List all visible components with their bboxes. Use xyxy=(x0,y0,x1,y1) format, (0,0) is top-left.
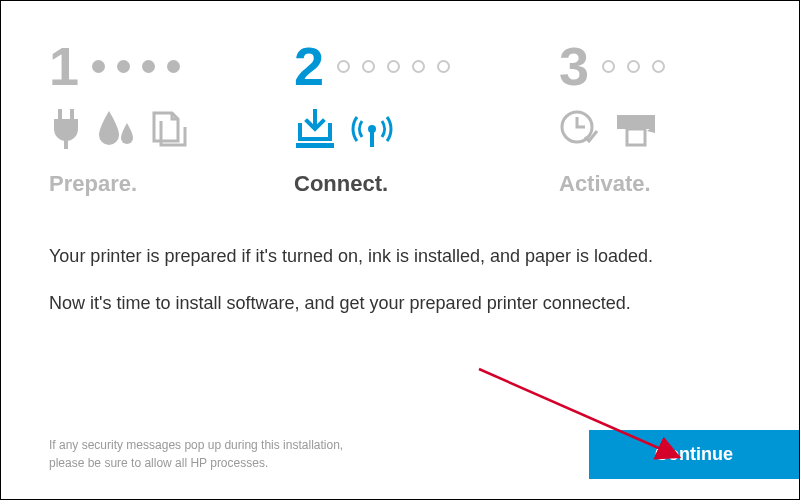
instruction-line-2: Now it's time to install software, and g… xyxy=(49,290,751,317)
step-1-label: Prepare. xyxy=(49,171,137,197)
progress-dots-3 xyxy=(602,60,665,73)
progress-dots-2 xyxy=(337,60,450,73)
instruction-line-1: Your printer is prepared if it's turned … xyxy=(49,243,751,270)
print-icon xyxy=(615,109,657,149)
svg-rect-1 xyxy=(70,109,74,119)
svg-rect-8 xyxy=(627,129,645,145)
step-1: 1 Prepare. xyxy=(49,37,294,197)
plug-icon xyxy=(49,109,83,149)
paper-copy-icon xyxy=(149,109,189,149)
svg-rect-5 xyxy=(370,131,374,147)
step-1-number: 1 xyxy=(49,39,78,93)
security-note: If any security messages pop up during t… xyxy=(49,437,343,472)
step-3-number: 3 xyxy=(559,39,588,93)
svg-rect-3 xyxy=(296,143,334,148)
instruction-text: Your printer is prepared if it's turned … xyxy=(49,243,751,317)
continue-button[interactable]: Continue xyxy=(589,430,799,479)
wireless-icon xyxy=(350,109,394,149)
step-2: 2 Connect. xyxy=(294,37,559,197)
install-icon xyxy=(294,109,336,149)
progress-dots-1 xyxy=(92,60,180,73)
ink-drops-icon xyxy=(97,109,135,149)
step-3: 3 Activate. xyxy=(559,37,749,197)
step-2-number: 2 xyxy=(294,39,323,93)
svg-rect-2 xyxy=(64,137,68,149)
setup-stepper: 1 Prepare. 2 xyxy=(49,37,751,197)
step-3-label: Activate. xyxy=(559,171,651,197)
svg-rect-7 xyxy=(617,115,655,129)
clock-check-icon xyxy=(559,109,601,149)
svg-rect-0 xyxy=(58,109,62,119)
step-2-label: Connect. xyxy=(294,171,388,197)
